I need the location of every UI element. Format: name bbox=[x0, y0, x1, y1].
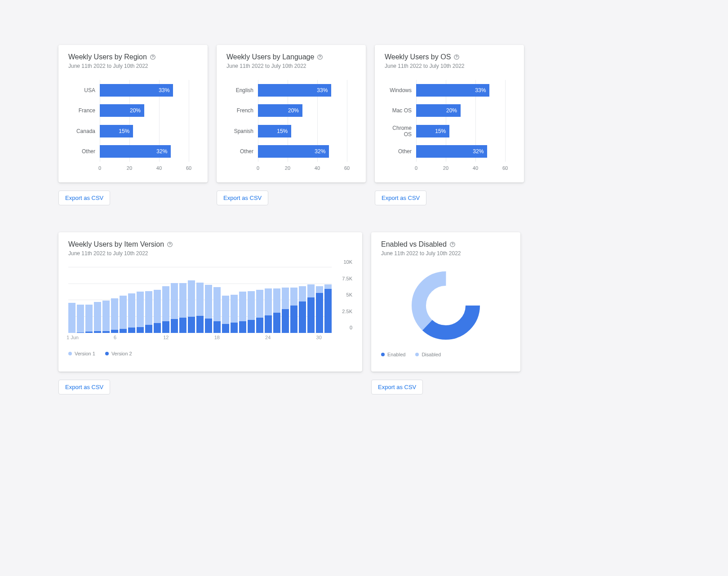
chart-region: USA33%France20%Canada15%Other32%0204060 bbox=[68, 80, 198, 174]
bar-stack bbox=[213, 267, 221, 333]
bar-stack bbox=[231, 267, 238, 333]
help-icon[interactable] bbox=[317, 54, 323, 60]
export-csv-button[interactable]: Export as CSV bbox=[371, 380, 423, 394]
bar-stack bbox=[324, 267, 332, 333]
bar-stack bbox=[102, 267, 110, 333]
legend-item-disabled: Disabled bbox=[415, 352, 441, 357]
help-icon[interactable] bbox=[453, 54, 460, 60]
donut-chart bbox=[408, 267, 484, 344]
bar-stack bbox=[316, 267, 323, 333]
category-label: French bbox=[226, 107, 258, 114]
legend-swatch-icon bbox=[105, 352, 109, 355]
date-range: June 11th 2022 to July 10th 2022 bbox=[226, 63, 356, 69]
hbar-row: USA33% bbox=[68, 84, 189, 97]
chart-enabled bbox=[381, 267, 510, 344]
bar-stack bbox=[256, 267, 263, 333]
card-region: Weekly Users by Region June 11th 2022 to… bbox=[58, 45, 208, 182]
help-icon[interactable] bbox=[449, 241, 456, 248]
title-row: Weekly Users by Region bbox=[68, 53, 198, 61]
hbar-row: France20% bbox=[68, 104, 189, 117]
legend-item-version-2: Version 2 bbox=[105, 351, 132, 356]
axis-tick: 7.5K bbox=[342, 276, 352, 281]
legend-label: Disabled bbox=[422, 352, 441, 357]
card-language: Weekly Users by Language June 11th 2022 … bbox=[217, 45, 366, 182]
bar: 33% bbox=[258, 84, 331, 97]
bar: 32% bbox=[416, 145, 487, 158]
hbar-row: English33% bbox=[226, 84, 347, 97]
axis-tick: 20 bbox=[127, 165, 132, 171]
card-title: Weekly Users by Item Version bbox=[68, 240, 164, 248]
card-enabled: Enabled vs Disabled June 11th 2022 to Ju… bbox=[371, 232, 520, 372]
export-csv-button[interactable]: Export as CSV bbox=[58, 380, 110, 394]
legend-swatch-icon bbox=[381, 353, 385, 356]
axis-tick: 0 bbox=[98, 165, 101, 171]
date-range: June 11th 2022 to July 10th 2022 bbox=[68, 250, 352, 257]
hbar-row: Other32% bbox=[385, 145, 505, 158]
export-csv-button[interactable]: Export as CSV bbox=[375, 191, 426, 205]
bar-stack bbox=[188, 267, 195, 333]
bar-stack bbox=[94, 267, 101, 333]
legend-swatch-icon bbox=[68, 352, 72, 355]
axis-tick: 6 bbox=[114, 335, 116, 340]
bar-stack bbox=[85, 267, 93, 333]
category-label: USA bbox=[68, 87, 100, 93]
category-label: Other bbox=[226, 148, 258, 155]
col-os: Weekly Users by OS June 11th 2022 to Jul… bbox=[375, 45, 524, 205]
card-os: Weekly Users by OS June 11th 2022 to Jul… bbox=[375, 45, 524, 182]
row-top: Weekly Users by Region June 11th 2022 to… bbox=[58, 45, 670, 205]
category-label: Spanish bbox=[226, 128, 258, 134]
axis-tick: 20 bbox=[285, 165, 290, 171]
title-row: Weekly Users by OS bbox=[385, 53, 514, 61]
card-version: Weekly Users by Item Version June 11th 2… bbox=[58, 232, 362, 372]
category-label: Other bbox=[68, 148, 100, 155]
legend-version: Version 1 Version 2 bbox=[68, 351, 352, 356]
bar-stack bbox=[299, 267, 306, 333]
card-title: Weekly Users by OS bbox=[385, 53, 451, 61]
axis-tick: 40 bbox=[473, 165, 478, 171]
axis-tick: 1 Jun bbox=[67, 335, 79, 340]
axis-tick: 30 bbox=[316, 335, 322, 340]
category-label: Chrome OS bbox=[385, 125, 416, 137]
bar-stack bbox=[248, 267, 255, 333]
bar: 15% bbox=[258, 125, 291, 137]
legend-label: Enabled bbox=[387, 352, 405, 357]
bar: 33% bbox=[416, 84, 489, 97]
legend-enabled: Enabled Disabled bbox=[381, 352, 510, 357]
bar-stack bbox=[222, 267, 229, 333]
axis-tick: 40 bbox=[315, 165, 320, 171]
bar-stack bbox=[196, 267, 204, 333]
bar-stack bbox=[171, 267, 178, 333]
hbar-row: Chrome OS15% bbox=[385, 125, 505, 137]
bar: 20% bbox=[100, 104, 144, 117]
hbar-row: Other32% bbox=[68, 145, 189, 158]
date-range: June 11th 2022 to July 10th 2022 bbox=[381, 250, 510, 257]
help-icon[interactable] bbox=[167, 241, 173, 248]
export-csv-button[interactable]: Export as CSV bbox=[58, 191, 110, 205]
title-row: Weekly Users by Item Version bbox=[68, 240, 352, 248]
bar-stack bbox=[154, 267, 161, 333]
hbar-row: Windows33% bbox=[385, 84, 505, 97]
axis-tick: 60 bbox=[186, 165, 191, 171]
chart-version: 02.5K5K7.5K10K1 Jun612182430 bbox=[68, 267, 352, 343]
axis-tick: 12 bbox=[163, 335, 169, 340]
bar-stack bbox=[111, 267, 118, 333]
help-icon[interactable] bbox=[150, 54, 156, 60]
legend-swatch-icon bbox=[415, 353, 419, 356]
svg-point-7 bbox=[169, 245, 170, 246]
col-region: Weekly Users by Region June 11th 2022 to… bbox=[58, 45, 208, 205]
export-csv-button[interactable]: Export as CSV bbox=[217, 191, 268, 205]
axis-tick: 0 bbox=[350, 325, 352, 330]
category-label: Windows bbox=[385, 87, 416, 93]
col-enabled: Enabled vs Disabled June 11th 2022 to Ju… bbox=[371, 232, 520, 394]
axis-tick: 18 bbox=[214, 335, 220, 340]
bar-stack bbox=[145, 267, 152, 333]
axis-tick: 2.5K bbox=[342, 309, 352, 314]
hbar-row: Mac OS20% bbox=[385, 104, 505, 117]
bar: 15% bbox=[416, 125, 449, 137]
bar-stack bbox=[137, 267, 144, 333]
bar-stack bbox=[307, 267, 315, 333]
axis-tick: 0 bbox=[257, 165, 259, 171]
bar-stack bbox=[290, 267, 297, 333]
legend-label: Version 2 bbox=[111, 351, 132, 356]
bar: 15% bbox=[100, 125, 133, 137]
